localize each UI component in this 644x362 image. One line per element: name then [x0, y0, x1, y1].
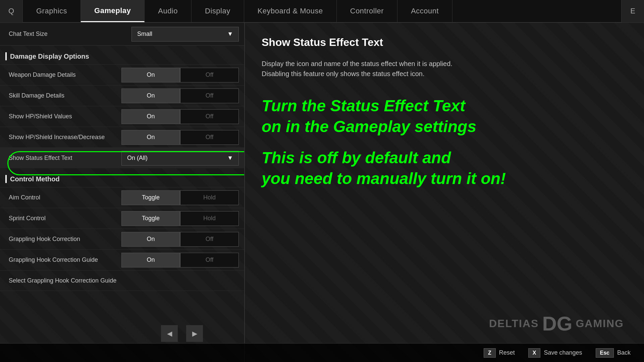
aim-toggle-btn[interactable]: Toggle: [121, 190, 180, 205]
tab-keyboard-mouse[interactable]: Keyboard & Mouse: [244, 0, 337, 22]
select-grappling-hook-label: Select Grappling Hook Correction Guide: [5, 277, 239, 284]
weapon-damage-on[interactable]: On: [121, 68, 180, 82]
main-content: Chat Text Size Small ▼ Damage Display Op…: [0, 23, 644, 362]
control-section-header: Control Method: [0, 168, 244, 187]
hp-shield-label: Show HP/Shield Values: [5, 113, 121, 120]
aim-control-buttons: Toggle Hold: [121, 190, 239, 205]
grappling-hook-buttons: On Off: [121, 232, 239, 247]
weapon-damage-buttons: On Off: [121, 68, 239, 82]
aim-control-label: Aim Control: [5, 194, 121, 201]
grappling-hook-guide-off[interactable]: Off: [180, 253, 239, 267]
chat-text-size-row: Chat Text Size Small ▼: [0, 23, 244, 46]
aim-hold-btn[interactable]: Hold: [180, 190, 239, 205]
select-grappling-hook-row: Select Grappling Hook Correction Guide: [0, 270, 244, 291]
section-bar-icon: [5, 52, 7, 60]
save-key-badge: X: [528, 348, 541, 358]
sprint-toggle-btn[interactable]: Toggle: [121, 211, 180, 226]
tab-graphics[interactable]: Graphics: [23, 0, 81, 22]
grappling-hook-guide-label: Grappling Hook Correction Guide: [5, 256, 121, 263]
chat-text-size-dropdown[interactable]: Small ▼: [131, 27, 239, 42]
weapon-damage-off[interactable]: Off: [180, 68, 239, 82]
scroll-arrows: ◀ ▶: [161, 325, 203, 342]
left-panel: Chat Text Size Small ▼ Damage Display Op…: [0, 23, 245, 362]
reset-key-badge: Z: [484, 348, 496, 358]
sprint-control-label: Sprint Control: [5, 215, 121, 222]
grappling-hook-guide-row: Grappling Hook Correction Guide On Off: [0, 249, 244, 270]
nav-bar: Q Graphics Gameplay Audio Display Keyboa…: [0, 0, 644, 23]
save-action[interactable]: X Save changes: [528, 348, 582, 358]
reset-action[interactable]: Z Reset: [484, 348, 515, 358]
watermark-gaming: GAMING: [576, 317, 624, 330]
grappling-hook-guide-buttons: On Off: [121, 253, 239, 267]
nav-right-icon[interactable]: E: [621, 0, 644, 22]
info-title: Show Status Effect Text: [262, 36, 627, 49]
nav-tabs: Graphics Gameplay Audio Display Keyboard…: [23, 0, 621, 22]
hp-shield-row: Show HP/Shield Values On Off: [0, 106, 244, 127]
watermark-logo: DG: [542, 312, 572, 335]
green-text-1: Turn the Status Effect Texton in the Gam…: [262, 96, 627, 137]
hp-shield-buttons: On Off: [121, 109, 239, 124]
chevron-down-icon: ▼: [227, 155, 233, 162]
sprint-control-buttons: Toggle Hold: [121, 211, 239, 226]
watermark-deltias: DELTIAS: [489, 317, 539, 330]
skill-damage-row: Skill Damage Details On Off: [0, 85, 244, 106]
status-effect-label: Show Status Effect Text: [5, 155, 121, 162]
tab-display[interactable]: Display: [192, 0, 244, 22]
right-arrow-btn[interactable]: ▶: [186, 325, 203, 342]
watermark: DELTIAS DG GAMING: [489, 312, 624, 335]
hp-shield-inc-off[interactable]: Off: [180, 130, 239, 145]
damage-section-header: Damage Display Options: [0, 46, 244, 64]
reset-label: Reset: [499, 349, 515, 356]
grappling-hook-row: Grappling Hook Correction On Off: [0, 229, 244, 249]
green-text-2: This is off by default andyou need to ma…: [262, 147, 627, 189]
save-label: Save changes: [544, 349, 582, 356]
sprint-control-row: Sprint Control Toggle Hold: [0, 208, 244, 229]
weapon-damage-row: Weapon Damage Details On Off: [0, 64, 244, 85]
section-bar-control-icon: [5, 175, 7, 183]
tab-gameplay[interactable]: Gameplay: [81, 0, 145, 22]
hp-shield-inc-row: Show HP/Shield Increase/Decrease On Off: [0, 127, 244, 147]
sprint-hold-btn[interactable]: Hold: [180, 211, 239, 226]
left-arrow-btn[interactable]: ◀: [161, 325, 178, 342]
tab-account[interactable]: Account: [397, 0, 452, 22]
hp-shield-on[interactable]: On: [121, 109, 180, 124]
back-action[interactable]: Esc Back: [596, 348, 631, 358]
skill-damage-label: Skill Damage Details: [5, 92, 121, 99]
skill-damage-off[interactable]: Off: [180, 88, 239, 103]
grappling-hook-off[interactable]: Off: [180, 232, 239, 247]
tab-controller[interactable]: Controller: [337, 0, 397, 22]
chat-text-size-label: Chat Text Size: [5, 31, 131, 38]
grappling-hook-on[interactable]: On: [121, 232, 180, 247]
skill-damage-on[interactable]: On: [121, 88, 180, 103]
aim-control-row: Aim Control Toggle Hold: [0, 187, 244, 208]
status-effect-dropdown[interactable]: On (All) ▼: [121, 151, 239, 166]
hp-shield-inc-on[interactable]: On: [121, 130, 180, 145]
bottom-bar: Z Reset X Save changes Esc Back: [0, 343, 644, 362]
hp-shield-inc-buttons: On Off: [121, 130, 239, 145]
nav-left-icon[interactable]: Q: [0, 0, 23, 22]
back-key-badge: Esc: [596, 348, 614, 358]
weapon-damage-label: Weapon Damage Details: [5, 71, 121, 78]
grappling-hook-guide-on[interactable]: On: [121, 253, 180, 267]
skill-damage-buttons: On Off: [121, 88, 239, 103]
right-panel: Show Status Effect Text Display the icon…: [245, 23, 644, 362]
info-description: Display the icon and name of the status …: [262, 59, 627, 79]
grappling-hook-label: Grappling Hook Correction: [5, 236, 121, 243]
hp-shield-off[interactable]: Off: [180, 109, 239, 124]
back-label: Back: [617, 349, 631, 356]
hp-shield-inc-label: Show HP/Shield Increase/Decrease: [5, 134, 121, 141]
status-effect-row: Show Status Effect Text On (All) ▼: [0, 147, 244, 168]
tab-audio[interactable]: Audio: [145, 0, 192, 22]
chevron-down-icon: ▼: [227, 31, 233, 38]
